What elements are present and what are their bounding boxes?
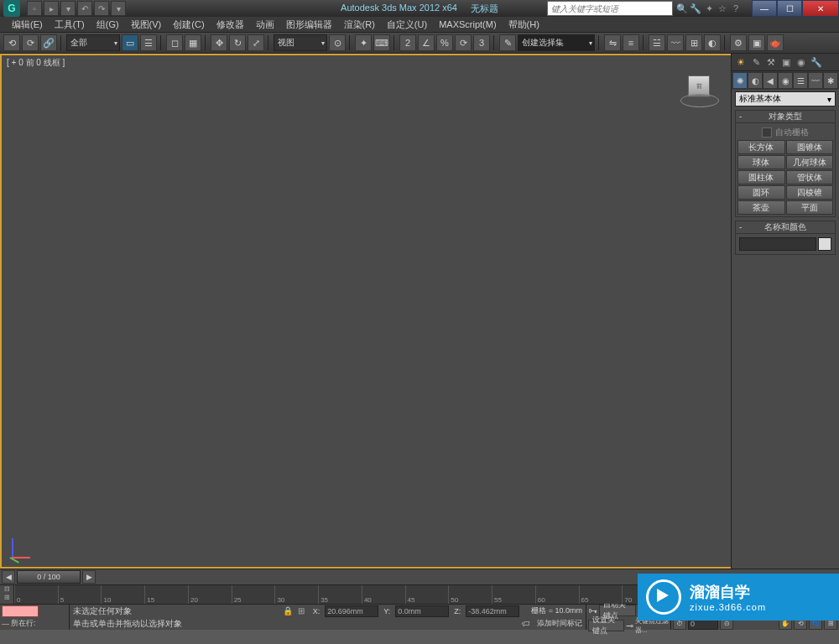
new-icon[interactable]: ▫ xyxy=(27,1,42,16)
btn-sphere[interactable]: 球体 xyxy=(737,155,785,169)
viewport-label[interactable]: [ + 0 前 0 线框 ] xyxy=(7,57,65,69)
select-rotate-icon[interactable]: ↻ xyxy=(229,34,246,51)
btn-pyramid[interactable]: 四棱锥 xyxy=(786,185,834,200)
exchange-icon[interactable]: ✦ xyxy=(703,3,715,14)
key-icon-2[interactable]: ⊸ xyxy=(626,621,633,631)
btn-box[interactable]: 长方体 xyxy=(737,140,785,154)
time-slider-handle[interactable]: 0 / 100 xyxy=(17,570,81,584)
selection-region-icon[interactable]: ◻ xyxy=(166,34,183,51)
add-time-tag[interactable]: 添加时间标记 xyxy=(537,618,582,629)
globe-icon[interactable]: ◉ xyxy=(795,56,807,68)
close-button[interactable]: ✕ xyxy=(802,0,839,17)
tab-systems[interactable]: ✱ xyxy=(823,72,838,89)
app-logo-icon[interactable]: G xyxy=(3,0,20,17)
z-input[interactable]: -38.462mm xyxy=(466,605,519,617)
render-icon[interactable]: 🫖 xyxy=(767,34,784,51)
next-frame-icon[interactable]: ▶ xyxy=(82,570,96,584)
viewport[interactable]: [ + 0 前 0 线框 ] 前 xyxy=(0,54,731,569)
redo-link-icon[interactable]: ⟳ xyxy=(22,34,39,51)
keyboard-shortcut-icon[interactable]: ⌨ xyxy=(373,34,390,51)
render-setup-icon[interactable]: ⚙ xyxy=(730,34,747,51)
wrench-icon[interactable]: 🔧 xyxy=(810,56,822,68)
snap-2d-icon[interactable]: 2 xyxy=(399,34,416,51)
menu-maxscript[interactable]: MAXScript(M) xyxy=(434,18,501,30)
tab-hierarchy[interactable]: ◀ xyxy=(763,72,778,89)
save-icon[interactable]: ▾ xyxy=(60,1,76,16)
category-dropdown[interactable]: 标准基本体▾ xyxy=(735,91,836,106)
minimize-button[interactable]: — xyxy=(752,0,777,17)
use-center-icon[interactable]: ⊙ xyxy=(329,34,346,51)
object-color-swatch[interactable] xyxy=(818,237,831,251)
tab-motion[interactable]: ◉ xyxy=(778,72,793,89)
menu-grapheditors[interactable]: 图形编辑器 xyxy=(281,18,337,32)
select-object-icon[interactable]: ▭ xyxy=(122,34,138,51)
select-move-icon[interactable]: ✥ xyxy=(211,34,227,51)
rollout-header-2[interactable]: 名称和颜色 xyxy=(736,221,835,234)
qat-more-icon[interactable]: ▾ xyxy=(111,1,126,16)
light-icon[interactable]: ☀ xyxy=(735,56,747,68)
btn-tube[interactable]: 管状体 xyxy=(786,170,834,184)
collapse-icon[interactable]: ⊞ xyxy=(0,594,13,602)
menu-help[interactable]: 帮助(H) xyxy=(503,18,545,32)
spinner-snap-icon[interactable]: ⟳ xyxy=(455,34,472,51)
window-crossing-icon[interactable]: ▦ xyxy=(185,34,201,51)
snap-percent-icon[interactable]: % xyxy=(436,34,453,51)
help-icon[interactable]: ? xyxy=(730,3,742,14)
expand-icon[interactable]: ⊟ xyxy=(0,585,13,594)
object-name-input[interactable] xyxy=(739,237,816,251)
screen-icon[interactable]: ▣ xyxy=(780,56,792,68)
btn-cone[interactable]: 圆锥体 xyxy=(786,140,834,154)
favorite-icon[interactable]: ☆ xyxy=(717,3,728,14)
tab-create[interactable]: ✺ xyxy=(732,72,748,89)
curve-editor-icon[interactable]: 〰 xyxy=(667,34,684,51)
btn-geosphere[interactable]: 几何球体 xyxy=(786,155,834,169)
link-icon[interactable]: 🔗 xyxy=(40,34,57,51)
x-input[interactable]: 20.696mm xyxy=(325,605,378,617)
menu-create[interactable]: 创建(C) xyxy=(168,18,209,32)
prev-frame-icon[interactable]: ◀ xyxy=(2,570,15,584)
menu-group[interactable]: 组(G) xyxy=(91,18,124,32)
coord-icon[interactable]: ⊞ xyxy=(298,606,308,616)
checkbox-icon[interactable] xyxy=(762,127,772,138)
edit-selection-icon[interactable]: ✎ xyxy=(499,34,516,51)
ref-coord-dropdown[interactable]: 视图 xyxy=(274,34,327,51)
menu-views[interactable]: 视图(V) xyxy=(126,18,167,32)
y-input[interactable]: 0.0mm xyxy=(395,605,449,617)
mirror-icon[interactable]: ⇋ xyxy=(604,34,621,51)
brush-icon[interactable]: ✎ xyxy=(750,56,762,68)
timeline-toggle[interactable]: ⊟ ⊞ xyxy=(0,585,14,604)
render-frame-icon[interactable]: ▣ xyxy=(748,34,765,51)
autogrid-checkbox[interactable]: 自动栅格 xyxy=(737,125,833,140)
tab-modify[interactable]: ◐ xyxy=(748,72,763,89)
material-editor-icon[interactable]: ◐ xyxy=(704,34,721,51)
tab-utilities[interactable]: 〰 xyxy=(808,72,823,89)
redo-icon[interactable]: ↷ xyxy=(94,1,109,16)
viewcube-ring-icon[interactable] xyxy=(680,94,719,107)
manipulate-icon[interactable]: ✦ xyxy=(355,34,372,51)
snap-3d-icon[interactable]: 3 xyxy=(473,34,490,51)
layers-icon[interactable]: ☱ xyxy=(649,34,665,51)
menu-edit[interactable]: 编辑(E) xyxy=(7,18,48,32)
search-icon[interactable]: 🔍 xyxy=(676,3,688,14)
btn-torus[interactable]: 圆环 xyxy=(737,185,785,200)
tag-icon[interactable]: 🏷 xyxy=(522,619,532,629)
lock-icon[interactable]: 🔒 xyxy=(283,606,293,616)
btn-plane[interactable]: 平面 xyxy=(786,200,834,215)
align-icon[interactable]: ≡ xyxy=(623,34,639,51)
menu-customize[interactable]: 自定义(U) xyxy=(382,18,432,32)
btn-teapot[interactable]: 茶壶 xyxy=(737,200,785,215)
select-by-name-icon[interactable]: ☰ xyxy=(140,34,157,51)
rollout-header[interactable]: 对象类型 xyxy=(736,111,835,123)
menu-modifiers[interactable]: 修改器 xyxy=(211,18,249,32)
script-listener[interactable] xyxy=(2,605,39,617)
maximize-button[interactable]: ☐ xyxy=(777,0,802,17)
selection-filter-dropdown[interactable]: 全部 xyxy=(66,34,120,51)
set-key-button[interactable]: 设置关键点 xyxy=(588,620,624,631)
undo-link-icon[interactable]: ⟲ xyxy=(3,34,20,51)
open-icon[interactable]: ▸ xyxy=(44,1,59,16)
menu-animation[interactable]: 动画 xyxy=(251,18,279,32)
menu-rendering[interactable]: 渲染(R) xyxy=(339,18,380,32)
viewcube[interactable]: 前 xyxy=(680,75,717,109)
help-search-input[interactable] xyxy=(547,1,673,16)
tab-display[interactable]: ☰ xyxy=(793,72,808,89)
